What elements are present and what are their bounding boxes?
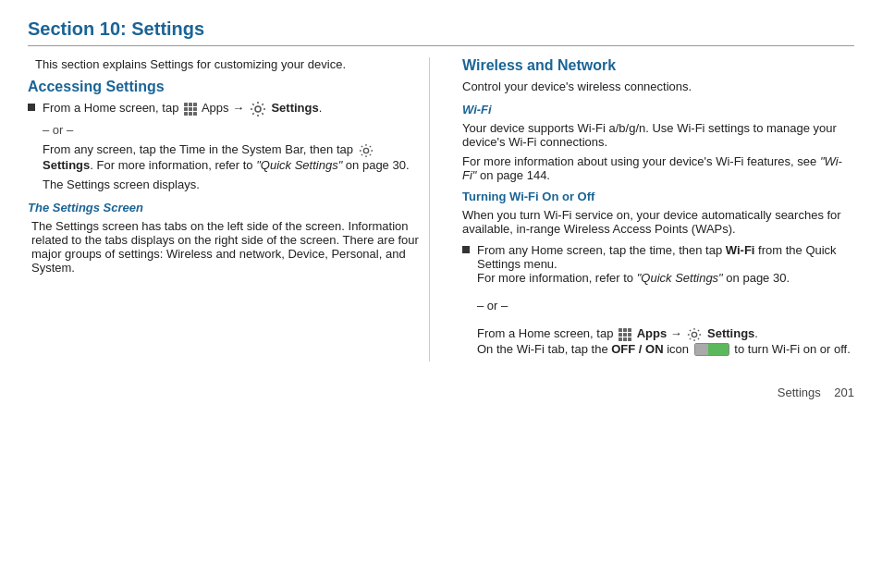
wireless-heading: Wireless and Network	[462, 57, 854, 74]
apps-label: Apps	[202, 101, 229, 115]
wifi-list-item: From any Home screen, tap the time, then…	[462, 243, 854, 356]
settings-gear-icon-3	[687, 327, 702, 342]
toggle-switch-icon	[694, 343, 729, 356]
svg-point-1	[363, 148, 368, 153]
wireless-intro: Control your device's wireless connectio…	[462, 80, 854, 93]
page-title: Section 10: Settings	[28, 18, 854, 40]
bullet-content: From a Home screen, tap Apps → Settin	[43, 101, 420, 117]
wifi-bullet-list: From any Home screen, tap the time, then…	[462, 243, 854, 356]
toggle-off-part	[695, 343, 708, 356]
bullet1-suffix: .	[319, 101, 323, 115]
settings-label-bold: Settings	[271, 101, 318, 115]
list-item: From a Home screen, tap Apps → Settin	[28, 101, 420, 117]
continuation-settings-bold: Settings	[43, 158, 90, 172]
intro-text: This section explains Settings for custo…	[35, 57, 420, 71]
svg-point-0	[255, 106, 261, 112]
left-column: This section explains Settings for custo…	[28, 57, 430, 361]
footer-page-number: 201	[834, 386, 854, 399]
wifi-bold: Wi-Fi	[726, 243, 755, 257]
turning-wifi-heading: Turning Wi-Fi On or Off	[462, 190, 854, 203]
continuation-2: The Settings screen displays.	[43, 178, 420, 191]
bullet-icon-2	[462, 246, 470, 253]
settings-screen-heading: The Settings Screen	[28, 201, 420, 214]
footer-label: Settings	[778, 386, 821, 399]
continuation-1: From any screen, tap the Time in the Sys…	[43, 142, 420, 172]
apps-label-2: Apps	[637, 326, 668, 340]
arrow-symbol: →	[232, 101, 248, 115]
accessing-settings-list: From a Home screen, tap Apps → Settin	[28, 101, 420, 117]
bullet-icon	[28, 104, 35, 111]
wifi-body1: Your device supports Wi-Fi a/b/g/n. Use …	[462, 121, 854, 149]
settings-label-2: Settings	[707, 326, 754, 340]
content-columns: This section explains Settings for custo…	[28, 57, 854, 361]
section-divider	[28, 45, 854, 46]
or-text-1: – or –	[43, 123, 420, 137]
right-column: Wireless and Network Control your device…	[458, 57, 854, 361]
quick-settings-link-1: "Quick Settings"	[256, 158, 342, 172]
toggle-on-part	[708, 343, 729, 356]
turning-body: When you turn Wi-Fi service on, your dev…	[462, 208, 854, 236]
svg-point-2	[692, 332, 697, 337]
off-on-label: OFF / ON	[611, 342, 663, 356]
settings-gear-icon-2	[359, 143, 374, 158]
wifi-bullet-content: From any Home screen, tap the time, then…	[477, 243, 854, 356]
page-footer: Settings 201	[28, 380, 854, 399]
wifi-body2: For more information about using your de…	[462, 154, 854, 182]
apps-grid-icon-2	[619, 328, 631, 341]
wifi-heading: Wi-Fi	[462, 103, 854, 116]
settings-gear-icon	[250, 101, 266, 117]
accessing-settings-heading: Accessing Settings	[28, 79, 420, 95]
apps-grid-icon	[184, 103, 197, 116]
settings-screen-body: The Settings screen has tabs on the left…	[31, 219, 420, 275]
quick-settings-link-2: "Quick Settings"	[637, 271, 723, 285]
bullet1-prefix: From a Home screen, tap	[43, 101, 178, 115]
